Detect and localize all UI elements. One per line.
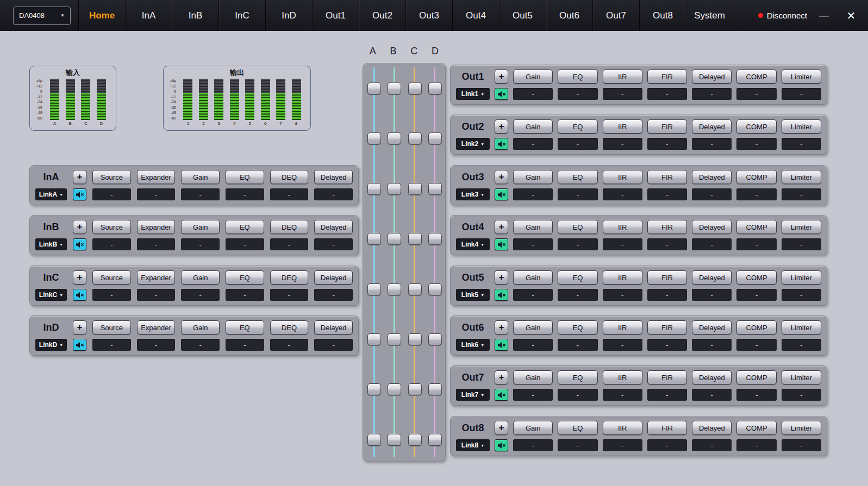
button-iir[interactable]: IIR [603,320,642,334]
button-eq[interactable]: EQ [226,270,264,285]
button-comp[interactable]: COMP [736,220,776,234]
button-delayed[interactable]: Delayed [314,320,353,334]
tab-ind[interactable]: InD [266,0,313,31]
button-gain[interactable]: Gain [181,270,220,285]
button-source[interactable]: Source [92,170,131,184]
matrix-crosspoint[interactable] [428,434,442,446]
button-eq[interactable]: EQ [558,220,597,234]
button-iir[interactable]: IIR [603,220,642,234]
button-expander[interactable]: Expander [137,170,176,184]
tab-out3[interactable]: Out3 [406,0,453,31]
button-fir[interactable]: FIR [647,170,687,184]
button-eq[interactable]: EQ [558,270,597,285]
add-button[interactable]: + [495,119,508,134]
button-gain[interactable]: Gain [513,270,553,285]
matrix-crosspoint[interactable] [428,132,442,144]
button-delayed[interactable]: Delayed [692,270,732,285]
add-button[interactable]: + [495,170,508,184]
mute-button[interactable] [73,339,86,351]
tab-out7[interactable]: Out7 [593,0,640,31]
add-button[interactable]: + [73,270,86,285]
button-gain[interactable]: Gain [181,220,220,234]
button-fir[interactable]: FIR [647,70,687,84]
matrix-crosspoint[interactable] [367,434,381,446]
button-delayed[interactable]: Delayed [692,220,732,234]
minimize-button[interactable]: — [810,0,838,31]
disconnect-button[interactable]: Disconnect [755,11,810,20]
add-button[interactable]: + [495,70,508,84]
button-gain[interactable]: Gain [181,170,220,184]
button-eq[interactable]: EQ [226,220,264,234]
button-limiter[interactable]: Limiter [782,170,821,184]
button-eq[interactable]: EQ [558,119,597,134]
matrix-crosspoint[interactable] [367,383,381,395]
button-limiter[interactable]: Limiter [782,119,821,134]
button-fir[interactable]: FIR [647,119,687,134]
button-gain[interactable]: Gain [513,119,553,134]
matrix-crosspoint[interactable] [388,383,401,395]
link-select[interactable]: Link7▼ [456,389,490,401]
matrix-crosspoint[interactable] [408,383,422,395]
button-limiter[interactable]: Limiter [782,370,821,384]
button-iir[interactable]: IIR [603,170,642,184]
mute-button[interactable] [495,138,508,150]
matrix-crosspoint[interactable] [408,283,422,295]
button-gain[interactable]: Gain [513,320,553,334]
button-fir[interactable]: FIR [647,421,687,435]
tab-inb[interactable]: InB [172,0,219,31]
button-deq[interactable]: DEQ [270,170,309,184]
matrix-crosspoint[interactable] [428,233,442,245]
add-button[interactable]: + [495,220,508,234]
matrix-crosspoint[interactable] [428,183,442,195]
link-select[interactable]: Link6▼ [456,339,490,351]
button-iir[interactable]: IIR [603,421,642,435]
add-button[interactable]: + [73,320,86,334]
mute-button[interactable] [73,238,86,250]
button-comp[interactable]: COMP [736,320,776,334]
tab-out4[interactable]: Out4 [453,0,499,31]
matrix-crosspoint[interactable] [428,333,442,345]
link-select[interactable]: Link8▼ [456,439,490,451]
button-eq[interactable]: EQ [558,320,597,334]
button-delayed[interactable]: Delayed [692,170,732,184]
button-delayed[interactable]: Delayed [692,421,732,435]
device-select[interactable]: DA0408 ▼ [13,7,71,25]
tab-system[interactable]: System [686,0,733,31]
tab-out8[interactable]: Out8 [640,0,686,31]
button-gain[interactable]: Gain [513,370,553,384]
matrix-crosspoint[interactable] [408,434,422,446]
link-select[interactable]: LinkC▼ [35,289,67,301]
mute-button[interactable] [495,188,508,200]
mute-button[interactable] [73,289,86,301]
button-comp[interactable]: COMP [736,421,776,435]
button-eq[interactable]: EQ [558,370,597,384]
matrix-crosspoint[interactable] [408,233,422,245]
matrix-crosspoint[interactable] [388,132,401,144]
mute-button[interactable] [73,188,86,200]
button-eq[interactable]: EQ [558,170,597,184]
tab-out1[interactable]: Out1 [313,0,359,31]
button-expander[interactable]: Expander [137,270,176,285]
button-limiter[interactable]: Limiter [782,70,821,84]
link-select[interactable]: LinkA▼ [35,188,67,200]
matrix-crosspoint[interactable] [367,83,381,94]
button-fir[interactable]: FIR [647,320,687,334]
link-select[interactable]: LinkD▼ [35,339,67,351]
close-button[interactable]: ✕ [838,0,865,31]
button-expander[interactable]: Expander [137,220,176,234]
button-deq[interactable]: DEQ [270,270,309,285]
button-expander[interactable]: Expander [137,320,176,334]
button-gain[interactable]: Gain [513,421,553,435]
button-delayed[interactable]: Delayed [314,170,353,184]
button-fir[interactable]: FIR [647,370,687,384]
matrix-crosspoint[interactable] [388,233,401,245]
button-iir[interactable]: IIR [603,70,642,84]
mute-button[interactable] [495,439,508,451]
button-comp[interactable]: COMP [736,370,776,384]
button-limiter[interactable]: Limiter [782,270,821,285]
button-iir[interactable]: IIR [603,119,642,134]
matrix-crosspoint[interactable] [388,283,401,295]
matrix-crosspoint[interactable] [428,283,442,295]
button-delayed[interactable]: Delayed [692,70,732,84]
button-eq[interactable]: EQ [226,320,264,334]
